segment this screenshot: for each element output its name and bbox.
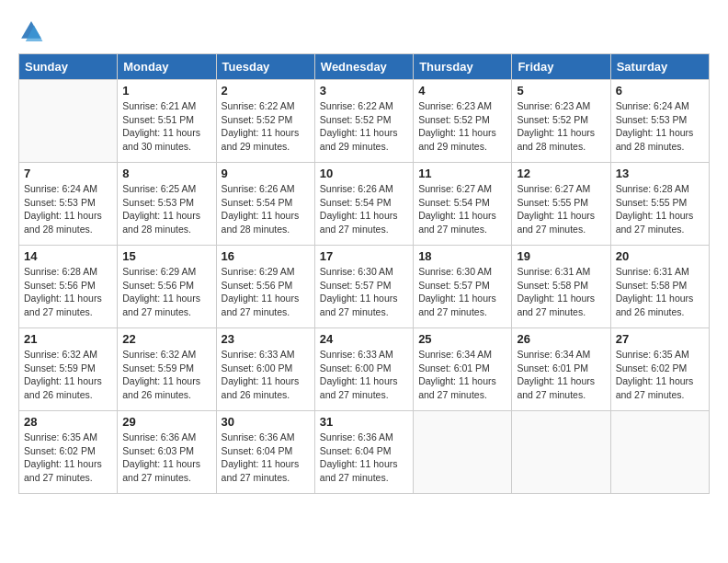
day-info: Sunrise: 6:22 AM Sunset: 5:52 PM Dayligh… xyxy=(222,99,310,154)
day-info: Sunrise: 6:23 AM Sunset: 5:52 PM Dayligh… xyxy=(418,99,506,154)
calendar-day-header: Thursday xyxy=(414,54,512,80)
calendar-cell: 31Sunrise: 6:36 AM Sunset: 6:04 PM Dayli… xyxy=(314,411,413,494)
day-number: 8 xyxy=(122,167,210,180)
calendar-week-row: 21Sunrise: 6:32 AM Sunset: 5:59 PM Dayli… xyxy=(19,328,710,411)
day-info: Sunrise: 6:26 AM Sunset: 5:54 PM Dayligh… xyxy=(320,182,408,236)
calendar-cell xyxy=(610,411,709,494)
day-number: 14 xyxy=(24,249,112,263)
day-number: 31 xyxy=(320,415,408,429)
calendar-week-row: 28Sunrise: 6:35 AM Sunset: 6:02 PM Dayli… xyxy=(19,411,710,494)
day-info: Sunrise: 6:34 AM Sunset: 6:01 PM Dayligh… xyxy=(418,348,506,402)
calendar-day-header: Monday xyxy=(118,54,216,80)
day-number: 13 xyxy=(616,167,704,180)
calendar-cell: 17Sunrise: 6:30 AM Sunset: 5:57 PM Dayli… xyxy=(314,246,413,328)
calendar-cell xyxy=(512,411,610,494)
day-info: Sunrise: 6:28 AM Sunset: 5:56 PM Dayligh… xyxy=(24,265,112,319)
calendar-cell xyxy=(19,80,118,163)
day-number: 11 xyxy=(418,167,506,180)
day-info: Sunrise: 6:33 AM Sunset: 6:00 PM Dayligh… xyxy=(222,348,310,402)
calendar-day-header: Wednesday xyxy=(314,54,413,80)
day-info: Sunrise: 6:36 AM Sunset: 6:04 PM Dayligh… xyxy=(222,431,310,485)
day-number: 22 xyxy=(122,332,210,346)
calendar-cell: 11Sunrise: 6:27 AM Sunset: 5:54 PM Dayli… xyxy=(414,163,512,246)
calendar-cell: 28Sunrise: 6:35 AM Sunset: 6:02 PM Dayli… xyxy=(19,411,118,494)
day-number: 30 xyxy=(222,415,310,429)
calendar-cell: 9Sunrise: 6:26 AM Sunset: 5:54 PM Daylig… xyxy=(216,163,314,246)
calendar-cell: 16Sunrise: 6:29 AM Sunset: 5:56 PM Dayli… xyxy=(216,246,314,328)
calendar-cell: 2Sunrise: 6:22 AM Sunset: 5:52 PM Daylig… xyxy=(216,80,314,163)
day-number: 6 xyxy=(616,84,704,98)
day-info: Sunrise: 6:30 AM Sunset: 5:57 PM Dayligh… xyxy=(320,265,408,319)
day-info: Sunrise: 6:26 AM Sunset: 5:54 PM Dayligh… xyxy=(222,182,310,236)
day-info: Sunrise: 6:21 AM Sunset: 5:51 PM Dayligh… xyxy=(122,99,210,154)
calendar-day-header: Tuesday xyxy=(216,54,314,80)
day-number: 23 xyxy=(222,332,310,346)
calendar-cell: 4Sunrise: 6:23 AM Sunset: 5:52 PM Daylig… xyxy=(414,80,512,163)
calendar-cell: 20Sunrise: 6:31 AM Sunset: 5:58 PM Dayli… xyxy=(610,246,709,328)
calendar-cell: 7Sunrise: 6:24 AM Sunset: 5:53 PM Daylig… xyxy=(19,163,118,246)
day-number: 15 xyxy=(122,249,210,263)
day-number: 7 xyxy=(24,167,112,180)
day-info: Sunrise: 6:36 AM Sunset: 6:04 PM Dayligh… xyxy=(320,431,408,485)
calendar-cell: 23Sunrise: 6:33 AM Sunset: 6:00 PM Dayli… xyxy=(216,328,314,411)
logo-icon xyxy=(18,18,44,44)
day-info: Sunrise: 6:35 AM Sunset: 6:02 PM Dayligh… xyxy=(616,348,704,402)
day-info: Sunrise: 6:29 AM Sunset: 5:56 PM Dayligh… xyxy=(222,265,310,319)
calendar-cell: 5Sunrise: 6:23 AM Sunset: 5:52 PM Daylig… xyxy=(512,80,610,163)
day-number: 18 xyxy=(418,249,506,263)
day-number: 24 xyxy=(320,332,408,346)
calendar-cell: 10Sunrise: 6:26 AM Sunset: 5:54 PM Dayli… xyxy=(314,163,413,246)
day-info: Sunrise: 6:23 AM Sunset: 5:52 PM Dayligh… xyxy=(517,99,605,154)
day-info: Sunrise: 6:25 AM Sunset: 5:53 PM Dayligh… xyxy=(122,182,210,236)
calendar-cell: 19Sunrise: 6:31 AM Sunset: 5:58 PM Dayli… xyxy=(512,246,610,328)
day-info: Sunrise: 6:27 AM Sunset: 5:55 PM Dayligh… xyxy=(517,182,605,236)
calendar-cell: 29Sunrise: 6:36 AM Sunset: 6:03 PM Dayli… xyxy=(118,411,216,494)
calendar-cell: 27Sunrise: 6:35 AM Sunset: 6:02 PM Dayli… xyxy=(610,328,709,411)
day-info: Sunrise: 6:36 AM Sunset: 6:03 PM Dayligh… xyxy=(122,431,210,485)
calendar-cell: 25Sunrise: 6:34 AM Sunset: 6:01 PM Dayli… xyxy=(414,328,512,411)
calendar-table: SundayMondayTuesdayWednesdayThursdayFrid… xyxy=(18,53,710,494)
day-number: 5 xyxy=(517,84,605,98)
calendar-week-row: 14Sunrise: 6:28 AM Sunset: 5:56 PM Dayli… xyxy=(19,246,710,328)
day-info: Sunrise: 6:35 AM Sunset: 6:02 PM Dayligh… xyxy=(24,431,112,485)
day-info: Sunrise: 6:32 AM Sunset: 5:59 PM Dayligh… xyxy=(24,348,112,402)
day-number: 4 xyxy=(418,84,506,98)
calendar-cell: 30Sunrise: 6:36 AM Sunset: 6:04 PM Dayli… xyxy=(216,411,314,494)
day-number: 20 xyxy=(616,249,704,263)
day-number: 3 xyxy=(320,84,408,98)
logo xyxy=(18,18,48,44)
day-number: 9 xyxy=(222,167,310,180)
day-number: 2 xyxy=(222,84,310,98)
day-number: 27 xyxy=(616,332,704,346)
calendar-cell: 22Sunrise: 6:32 AM Sunset: 5:59 PM Dayli… xyxy=(118,328,216,411)
calendar-cell: 1Sunrise: 6:21 AM Sunset: 5:51 PM Daylig… xyxy=(118,80,216,163)
calendar-cell: 26Sunrise: 6:34 AM Sunset: 6:01 PM Dayli… xyxy=(512,328,610,411)
calendar-cell: 21Sunrise: 6:32 AM Sunset: 5:59 PM Dayli… xyxy=(19,328,118,411)
day-info: Sunrise: 6:33 AM Sunset: 6:00 PM Dayligh… xyxy=(320,348,408,402)
day-number: 16 xyxy=(222,249,310,263)
day-info: Sunrise: 6:30 AM Sunset: 5:57 PM Dayligh… xyxy=(418,265,506,319)
day-info: Sunrise: 6:31 AM Sunset: 5:58 PM Dayligh… xyxy=(517,265,605,319)
day-info: Sunrise: 6:32 AM Sunset: 5:59 PM Dayligh… xyxy=(122,348,210,402)
calendar-cell: 15Sunrise: 6:29 AM Sunset: 5:56 PM Dayli… xyxy=(118,246,216,328)
day-info: Sunrise: 6:22 AM Sunset: 5:52 PM Dayligh… xyxy=(320,99,408,154)
day-info: Sunrise: 6:27 AM Sunset: 5:54 PM Dayligh… xyxy=(418,182,506,236)
calendar-day-header: Friday xyxy=(512,54,610,80)
calendar-cell: 6Sunrise: 6:24 AM Sunset: 5:53 PM Daylig… xyxy=(610,80,709,163)
day-info: Sunrise: 6:29 AM Sunset: 5:56 PM Dayligh… xyxy=(122,265,210,319)
day-number: 29 xyxy=(122,415,210,429)
calendar-cell: 14Sunrise: 6:28 AM Sunset: 5:56 PM Dayli… xyxy=(19,246,118,328)
day-info: Sunrise: 6:24 AM Sunset: 5:53 PM Dayligh… xyxy=(616,99,704,154)
calendar-day-header: Sunday xyxy=(19,54,118,80)
calendar-cell: 8Sunrise: 6:25 AM Sunset: 5:53 PM Daylig… xyxy=(118,163,216,246)
day-info: Sunrise: 6:31 AM Sunset: 5:58 PM Dayligh… xyxy=(616,265,704,319)
day-info: Sunrise: 6:24 AM Sunset: 5:53 PM Dayligh… xyxy=(24,182,112,236)
calendar-day-header: Saturday xyxy=(610,54,709,80)
calendar-cell: 3Sunrise: 6:22 AM Sunset: 5:52 PM Daylig… xyxy=(314,80,413,163)
calendar-header-row: SundayMondayTuesdayWednesdayThursdayFrid… xyxy=(19,54,710,80)
day-number: 21 xyxy=(24,332,112,346)
calendar-cell xyxy=(414,411,512,494)
day-number: 12 xyxy=(517,167,605,180)
day-number: 26 xyxy=(517,332,605,346)
calendar-cell: 24Sunrise: 6:33 AM Sunset: 6:00 PM Dayli… xyxy=(314,328,413,411)
